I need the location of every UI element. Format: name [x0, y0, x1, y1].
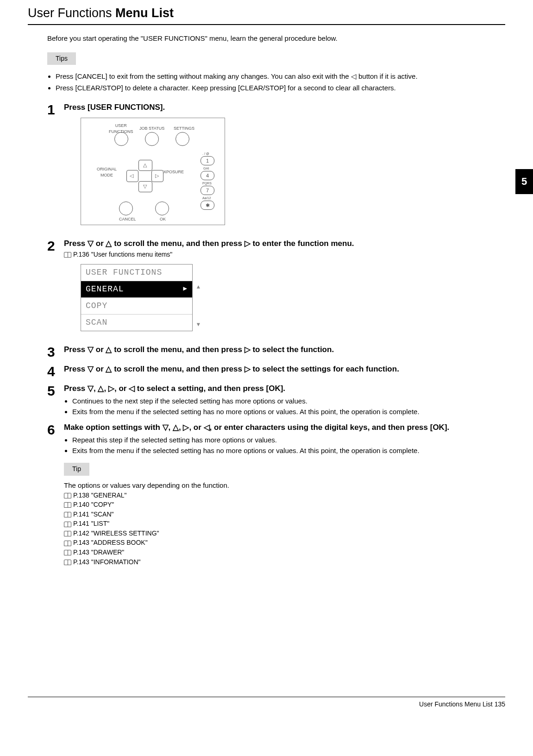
sub-bullet: Exits from the menu if the selected sett…: [72, 407, 505, 416]
label-job-status: JOB STATUS: [139, 126, 164, 132]
step-heading: Make option settings with ▽, △, ▷, or ◁,…: [64, 422, 505, 433]
book-icon: [64, 531, 71, 536]
control-panel-illustration: USER FUNCTIONS JOB STATUS SETTINGS ORIGI…: [81, 118, 225, 225]
intro-text: Before you start operating the "USER FUN…: [47, 33, 505, 43]
tips-label: Tips: [47, 52, 76, 65]
ok-button: [155, 202, 169, 215]
step-3: 3 Press ▽ or △ to scroll the menu, and t…: [47, 344, 505, 359]
step-heading: Press ▽ or △ to scroll the menu, and the…: [64, 238, 505, 249]
tips-item: Press [CLEAR/STOP] to delete a character…: [56, 83, 505, 93]
step-heading: Press ▽ or △ to scroll the menu, and the…: [64, 364, 505, 375]
keystar-sup: Aa/12: [202, 196, 211, 201]
key4-sup: GHI: [203, 166, 209, 171]
book-icon: [64, 550, 71, 555]
numpad-key-7: 7: [201, 186, 214, 195]
label-settings: SETTINGS: [174, 126, 194, 132]
step-ref: P.136 "User functions menu items": [64, 250, 505, 259]
numpad-key-star: ✱: [201, 201, 214, 210]
lcd-title-row: USER FUNCTIONS: [81, 265, 192, 281]
dpad-down-button: ▽: [138, 181, 152, 192]
sub-bullet: Continues to the next step if the select…: [72, 396, 505, 406]
tip-intro: The options or values vary depending on …: [64, 480, 505, 490]
footer-text: User Functions Menu List 135: [28, 697, 505, 709]
step-number: 1: [47, 102, 64, 233]
key7-sup: PQRS: [202, 181, 212, 186]
book-icon: [64, 252, 71, 258]
key1-sup: . / @: [202, 151, 209, 156]
step-number: 6: [47, 422, 64, 567]
chevron-right-icon: ▶: [183, 285, 188, 294]
book-icon: [64, 522, 71, 527]
sub-bullet: Exits from the menu if the selected sett…: [72, 446, 505, 455]
scroll-down-icon: ▼: [197, 321, 201, 329]
step-heading: Press ▽, △, ▷, or ◁ to select a setting,…: [64, 383, 505, 394]
tips-item: Press [CANCEL] to exit from the setting …: [56, 71, 505, 81]
label-ok: OK: [160, 216, 166, 222]
dpad-up-button: △: [138, 160, 152, 171]
lcd-item: COPY: [81, 298, 192, 315]
settings-button: [176, 132, 189, 146]
sub-bullet: Repeat this step if the selected setting…: [72, 435, 505, 445]
step-number: 3: [47, 344, 64, 359]
step-6: 6 Make option settings with ▽, △, ▷, or …: [47, 422, 505, 567]
step-2: 2 Press ▽ or △ to scroll the menu, and t…: [47, 238, 505, 340]
dpad-right-button: ▷: [151, 170, 163, 182]
step-sub-bullets: Repeat this step if the selected setting…: [64, 435, 505, 455]
dpad-left-button: ◁: [126, 170, 138, 182]
scroll-up-icon: ▲: [197, 284, 201, 291]
chapter-tab: 5: [515, 169, 533, 194]
tips-list: Press [CANCEL] to exit from the setting …: [47, 71, 505, 93]
lcd-item-selected: GENERAL ▶ ▲: [81, 281, 192, 298]
step-number: 2: [47, 238, 64, 340]
step-1: 1 Press [USER FUNCTIONS]. USER FUNCTIONS…: [47, 102, 505, 233]
page-title: User Functions Menu List: [28, 5, 505, 22]
book-icon: [64, 560, 71, 565]
page-footer: User Functions Menu List 135: [0, 697, 533, 709]
numpad-key-1: 1: [201, 156, 214, 165]
tip-label: Tip: [64, 463, 89, 476]
tip-refs: P.138 "GENERAL" P.140 "COPY" P.141 "SCAN…: [64, 491, 505, 567]
step-heading: Press [USER FUNCTIONS].: [64, 102, 505, 113]
title-divider: [28, 24, 505, 25]
step-number: 5: [47, 383, 64, 417]
step-number: 4: [47, 364, 64, 378]
title-part1: User Functions: [28, 6, 112, 20]
label-cancel: CANCEL: [119, 216, 136, 222]
step-4: 4 Press ▽ or △ to scroll the menu, and t…: [47, 364, 505, 378]
book-icon: [64, 512, 71, 517]
cancel-button: [119, 202, 133, 215]
book-icon: [64, 541, 71, 546]
book-icon: [64, 493, 71, 498]
lcd-item: SCAN ▼: [81, 315, 192, 331]
step-sub-bullets: Continues to the next step if the select…: [64, 396, 505, 416]
lcd-menu-illustration: USER FUNCTIONS GENERAL ▶ ▲ COPY SCAN ▼: [81, 264, 193, 332]
step-heading: Press ▽ or △ to scroll the menu, and the…: [64, 344, 505, 355]
label-original-mode: ORIGINAL MODE: [97, 166, 117, 178]
job-status-button: [145, 132, 159, 146]
title-part2: Menu List: [115, 6, 174, 20]
numpad-key-4: 4: [201, 171, 214, 180]
step-5: 5 Press ▽, △, ▷, or ◁ to select a settin…: [47, 383, 505, 417]
book-icon: [64, 502, 71, 508]
label-exposure: EXPOSURE: [161, 169, 184, 175]
user-functions-button: [114, 132, 128, 146]
